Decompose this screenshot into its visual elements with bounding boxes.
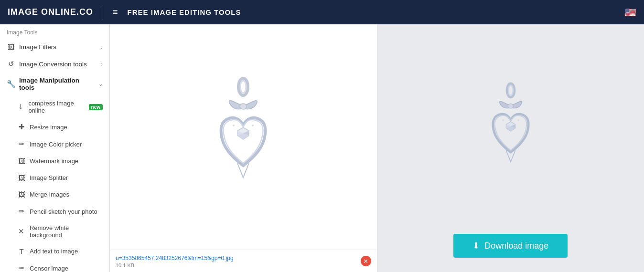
panel-right: ⬇ Download image — [377, 24, 644, 272]
panel-left: u=3535865457,2483252676&fm=15&gp=0.jpg 1… — [110, 24, 377, 272]
censor-icon: ✏ — [17, 264, 26, 272]
sidebar-item-add-text[interactable]: T Add text to image — [0, 243, 109, 260]
download-label: Download image — [484, 241, 548, 251]
sidebar-submenu-label: Pencil sketch your photo — [30, 208, 97, 215]
original-image — [195, 70, 291, 204]
sidebar-submenu-label: Image Color picker — [30, 141, 82, 148]
svg-point-1 — [240, 81, 246, 93]
sidebar-submenu-label: Merge Images — [30, 191, 69, 198]
sidebar-item-label: Image Conversion tools — [19, 61, 87, 68]
sidebar-item-remove-bg[interactable]: ✕ Remove white background — [0, 220, 109, 243]
sidebar-submenu-label: Resize image — [30, 124, 67, 131]
remove-bg-icon: ✕ — [17, 227, 26, 236]
svg-point-2 — [240, 104, 247, 109]
header-divider — [103, 5, 103, 20]
sidebar-item-color-picker[interactable]: ✏ Image Color picker — [0, 136, 109, 153]
file-link[interactable]: u=3535865457,2483252676&fm=15&gp=0.jpg — [116, 255, 234, 262]
sidebar-item-merge[interactable]: 🖼 Merge Images — [0, 186, 109, 203]
header: IMAGE ONLINE.CO ≡ FREE IMAGE EDITING TOO… — [0, 0, 644, 24]
sidebar-submenu-label: Add text to image — [30, 248, 78, 255]
sidebar-item-label: Image Filters — [19, 43, 56, 51]
sidebar: Image Tools 🖼 Image Filters › ↺ Image Co… — [0, 24, 110, 272]
splitter-icon: 🖼 — [17, 174, 26, 182]
result-image — [472, 74, 549, 184]
image-conversion-icon: ↺ — [7, 60, 15, 68]
sidebar-item-label: Image Manipulation tools — [19, 77, 95, 91]
original-image-area — [110, 24, 377, 250]
flag-icon[interactable]: 🇺🇸 — [624, 7, 636, 18]
merge-icon: 🖼 — [17, 190, 26, 199]
sidebar-item-image-manipulation[interactable]: 🔧 Image Manipulation tools ⌄ — [0, 73, 109, 95]
chevron-right-icon: › — [101, 44, 103, 50]
text-icon: T — [17, 247, 26, 255]
chevron-down-icon: ⌄ — [98, 81, 103, 87]
svg-point-12 — [508, 85, 513, 95]
sidebar-item-resize[interactable]: ✚ Resize image — [0, 118, 109, 136]
sidebar-submenu-label: Image Splitter — [30, 174, 68, 181]
header-title: FREE IMAGE EDITING TOOLS — [128, 8, 241, 16]
download-icon: ⬇ — [472, 241, 480, 251]
sidebar-submenu-label: compress image online — [28, 100, 83, 114]
new-badge: new — [89, 104, 103, 110]
image-filters-icon: 🖼 — [7, 43, 15, 51]
site-logo[interactable]: IMAGE ONLINE.CO — [8, 7, 93, 17]
sidebar-item-splitter[interactable]: 🖼 Image Splitter — [0, 169, 109, 186]
pencil-icon: ✏ — [17, 207, 26, 216]
sidebar-submenu-label: Watermark image — [30, 157, 78, 165]
sidebar-item-watermark[interactable]: 🖼 Watermark image — [0, 153, 109, 169]
logo-light: ONLINE.CO — [38, 7, 93, 17]
download-button[interactable]: ⬇ Download image — [453, 234, 568, 258]
svg-point-13 — [508, 104, 513, 108]
layout: Image Tools 🖼 Image Filters › ↺ Image Co… — [0, 24, 644, 272]
hamburger-icon[interactable]: ≡ — [113, 7, 118, 17]
sidebar-item-image-filters[interactable]: 🖼 Image Filters › — [0, 39, 109, 55]
logo-bold: IMAGE — [8, 7, 38, 17]
sidebar-item-censor[interactable]: ✏ Censor image — [0, 260, 109, 272]
wrench-icon: 🔧 — [7, 80, 15, 88]
watermark-icon: 🖼 — [17, 157, 26, 165]
file-info: u=3535865457,2483252676&fm=15&gp=0.jpg 1… — [116, 254, 356, 268]
color-picker-icon: ✏ — [17, 140, 26, 148]
sidebar-submenu: ⤓ compress image online new ✚ Resize ima… — [0, 95, 109, 272]
sidebar-submenu-label: Censor image — [30, 265, 68, 272]
main-content: u=3535865457,2483252676&fm=15&gp=0.jpg 1… — [110, 24, 644, 272]
sidebar-section-label: Image Tools — [0, 24, 109, 39]
resize-icon: ✚ — [17, 123, 26, 131]
sidebar-submenu-label: Remove white background — [30, 224, 103, 239]
file-size: 10.1 KB — [116, 262, 356, 268]
remove-file-button[interactable]: ✕ — [361, 256, 371, 266]
result-image-area — [377, 24, 644, 234]
chevron-right-icon: › — [101, 61, 103, 67]
sidebar-item-image-conversion[interactable]: ↺ Image Conversion tools › — [0, 55, 109, 73]
sidebar-item-compress[interactable]: ⤓ compress image online new — [0, 95, 109, 118]
sidebar-item-pencil-sketch[interactable]: ✏ Pencil sketch your photo — [0, 203, 109, 220]
compress-icon: ⤓ — [17, 103, 24, 111]
panel-footer: u=3535865457,2483252676&fm=15&gp=0.jpg 1… — [110, 250, 377, 272]
